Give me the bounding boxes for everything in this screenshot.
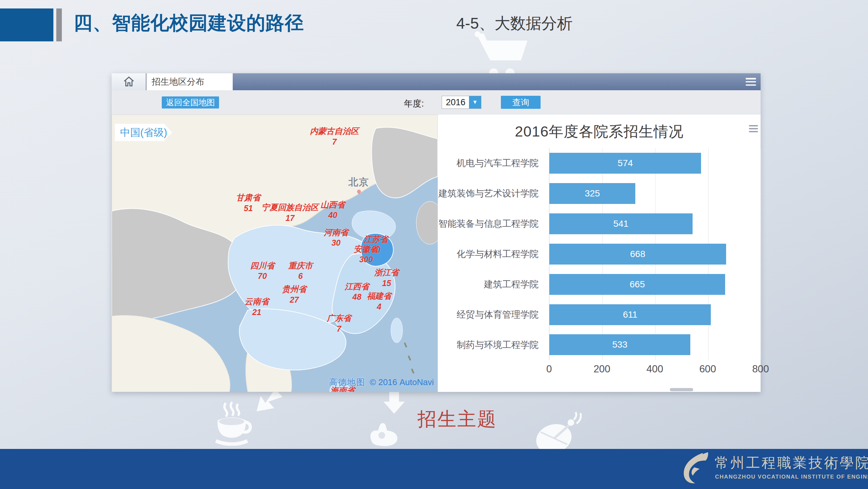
province-value: 300 (359, 255, 373, 264)
province-name: 江西省 (345, 282, 369, 291)
back-to-national-map-button[interactable]: 返回全国地图 (162, 96, 219, 109)
map-city-label-beijing: 北京 (348, 176, 369, 194)
province-value: 48 (352, 292, 362, 301)
bi-dashboard-window: 招生地区分布 返回全国地图 年度: 2016 ▼ 查询 (112, 73, 761, 392)
map-watermark: 高德地图 © 2016 AutoNavi (329, 377, 434, 388)
province-value: 7 (337, 324, 341, 333)
coffee-cup-icon (212, 400, 253, 446)
chart-bar[interactable]: 665 (549, 274, 725, 295)
chart-bar-value-label: 665 (630, 279, 645, 290)
chart-bar-value-label: 611 (623, 310, 638, 320)
province-value: 21 (252, 308, 261, 317)
map-label-province: 贵州省27 (282, 284, 307, 305)
x-axis-tick-label: 600 (700, 363, 716, 375)
province-name: 山西省 (320, 200, 345, 209)
province-value: 6 (298, 271, 303, 281)
arrow-down-left-icon (254, 388, 283, 414)
page-title: 四、智能化校园建设的路径 (73, 10, 304, 36)
home-icon (122, 76, 135, 88)
page-subtitle: 4-5、大数据分析 (456, 13, 572, 34)
title-accent-tick (56, 8, 62, 41)
province-name: 甘肃省 (236, 193, 260, 202)
x-axis-tick-label: 800 (752, 363, 769, 375)
year-dropdown[interactable]: 2016 ▼ (442, 96, 482, 109)
chart-toolbox-button[interactable] (749, 125, 758, 132)
chart-bar-value-label: 541 (613, 219, 628, 229)
x-axis-tick-label: 0 (546, 363, 552, 375)
chart-bar[interactable]: 325 (549, 183, 635, 204)
chart-bar-row: 541 (549, 209, 761, 239)
province-name: 安徽省 (354, 244, 378, 254)
map-label-province: 广东省7 (327, 313, 351, 334)
province-name: 广东省 (327, 313, 351, 322)
bar-chart-panel: 2016年度各院系招生情况 机电与汽车工程学院建筑装饰与艺术设计学院智能装备与信… (438, 115, 761, 392)
year-field-label: 年度: (404, 98, 424, 110)
dropdown-arrow-icon[interactable]: ▼ (469, 96, 481, 109)
map-label-province: 内蒙古自治区7 (310, 126, 359, 147)
horizontal-scrollbar-thumb[interactable] (670, 388, 693, 391)
chart-bar[interactable]: 533 (549, 334, 690, 355)
chart-bar[interactable]: 611 (549, 304, 711, 325)
chart-bar-row: 325 (549, 178, 761, 209)
institute-logo-icon (672, 452, 710, 486)
chart-category-label: 化学与材料工程学院 (438, 239, 545, 269)
chart-bar-row: 665 (549, 269, 761, 299)
province-name: 重庆市 (288, 261, 313, 270)
chart-category-axis: 机电与汽车工程学院建筑装饰与艺术设计学院智能装备与信息工程学院化学与材料工程学院… (438, 148, 545, 360)
province-name: 四川省 (250, 261, 274, 270)
slide-caption: 招生主题 (417, 407, 497, 432)
province-name: 云南省 (244, 297, 269, 306)
map-brand-watermark: 高德地图 (329, 377, 366, 387)
map-label-province: 安徽省300 (354, 244, 378, 265)
title-accent-rect (0, 8, 53, 41)
province-value: 27 (290, 295, 299, 304)
chart-bar-row: 611 (549, 299, 761, 330)
shopping-cart-icon (472, 31, 531, 80)
chart-bar-value-label: 668 (630, 249, 645, 259)
query-button[interactable]: 查询 (501, 96, 540, 109)
province-name: 浙江省 (374, 268, 399, 277)
province-value: 17 (285, 213, 294, 223)
x-axis-tick-label: 200 (594, 363, 611, 375)
chart-bar-value-label: 533 (612, 340, 627, 350)
province-name: 福建省 (367, 291, 391, 300)
map-label-province: 福建省4 (367, 291, 391, 312)
china-map-panel[interactable]: 中国(省级) 北京 内蒙古自治区7甘肃省51宁夏回族自治区17山西省40河南省3… (112, 115, 438, 392)
chart-bar[interactable]: 541 (549, 213, 692, 234)
tab-enrollment-region[interactable]: 招生地区分布 (147, 73, 233, 90)
map-label-province: 甘肃省51 (236, 192, 260, 213)
map-pin-icon (356, 189, 362, 195)
map-level-badge: 中国(省级) (115, 124, 172, 141)
province-name: 宁夏回族自治区 (262, 203, 319, 212)
province-value: 40 (328, 210, 337, 220)
province-value: 51 (244, 204, 253, 213)
home-button[interactable] (112, 73, 147, 90)
chart-category-label: 建筑装饰与艺术设计学院 (438, 178, 545, 209)
chart-x-axis-ticks: 0200400600800 (549, 363, 761, 376)
china-map[interactable] (112, 115, 438, 392)
chart-category-label: 建筑工程学院 (438, 269, 545, 299)
province-name: 贵州省 (282, 284, 307, 293)
chart-bar-value-label: 325 (585, 188, 600, 199)
dashboard-menu-button[interactable] (746, 78, 756, 86)
chart-category-label: 经贸与体育管理学院 (438, 299, 545, 330)
province-name: 内蒙古自治区 (310, 126, 359, 136)
province-value: 4 (377, 302, 381, 311)
chart-plot-area: 574325541668665611533 (549, 148, 761, 360)
map-label-province: 山西省40 (320, 199, 345, 221)
chart-bar[interactable]: 574 (549, 153, 701, 174)
chart-bar-row: 668 (549, 239, 761, 269)
chart-bar[interactable]: 668 (549, 244, 726, 264)
dashboard-body: 中国(省级) 北京 内蒙古自治区7甘肃省51宁夏回族自治区17山西省40河南省3… (112, 115, 761, 392)
map-label-province: 河南省30 (324, 227, 348, 248)
dashboard-toolbar: 返回全国地图 年度: 2016 ▼ 查询 (112, 90, 761, 115)
presentation-slide: 四、智能化校园建设的路径 4-5、大数据分析 (0, 0, 868, 489)
footer-bar: 常州工程職業技術學院 CHANGZHOU VOCATIONAL INSTITUT… (0, 449, 868, 489)
map-label-province: 四川省70 (250, 260, 274, 282)
dashboard-header: 招生地区分布 (112, 73, 761, 90)
province-name: 江苏省 (364, 235, 388, 244)
province-value: 15 (382, 279, 391, 288)
year-dropdown-value: 2016 (442, 96, 469, 109)
chart-category-label: 制药与环境工程学院 (438, 330, 545, 360)
map-label-province: 宁夏回族自治区17 (262, 202, 319, 223)
